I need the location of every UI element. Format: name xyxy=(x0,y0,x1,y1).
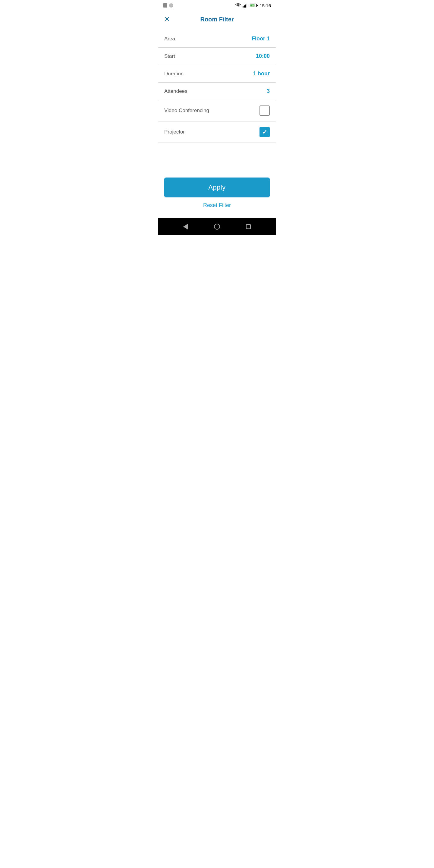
close-button[interactable]: ✕ xyxy=(163,15,171,24)
filter-form: Area Floor 1 Start 10:00 Duration 1 hour… xyxy=(158,28,276,170)
svg-rect-6 xyxy=(257,5,258,6)
status-bar: 15:16 xyxy=(158,0,276,11)
apply-button[interactable]: Apply xyxy=(164,178,270,197)
button-section: Apply Reset Filter xyxy=(158,170,276,218)
video-conferencing-row[interactable]: Video Conferencing xyxy=(158,100,276,121)
header: ✕ Room Filter xyxy=(158,11,276,28)
projector-row[interactable]: Projector ✓ xyxy=(158,121,276,143)
circle-icon xyxy=(169,3,173,7)
sim-icon xyxy=(163,3,167,7)
svg-rect-3 xyxy=(246,4,247,7)
attendees-row[interactable]: Attendees 3 xyxy=(158,83,276,100)
status-bar-left xyxy=(163,3,173,7)
home-button[interactable] xyxy=(214,224,220,230)
svg-rect-0 xyxy=(243,6,244,7)
recent-apps-button[interactable] xyxy=(246,224,251,229)
area-row[interactable]: Area Floor 1 xyxy=(158,30,276,48)
projector-checkbox[interactable]: ✓ xyxy=(259,127,270,137)
start-row[interactable]: Start 10:00 xyxy=(158,48,276,65)
status-bar-right: 15:16 xyxy=(236,3,271,8)
area-label: Area xyxy=(164,36,175,42)
battery-icon xyxy=(250,3,258,7)
navigation-bar xyxy=(158,218,276,235)
close-icon: ✕ xyxy=(164,16,170,23)
status-time: 15:16 xyxy=(259,3,271,8)
duration-row[interactable]: Duration 1 hour xyxy=(158,65,276,83)
area-value: Floor 1 xyxy=(252,36,270,42)
checkmark-icon: ✓ xyxy=(262,129,267,135)
duration-label: Duration xyxy=(164,71,184,77)
video-conferencing-checkbox[interactable] xyxy=(259,105,270,116)
page-title: Room Filter xyxy=(200,16,234,23)
svg-rect-2 xyxy=(245,4,246,7)
attendees-value: 3 xyxy=(267,88,270,94)
video-conferencing-label: Video Conferencing xyxy=(164,107,209,114)
wifi-icon xyxy=(236,3,241,7)
svg-rect-1 xyxy=(244,5,245,7)
projector-label: Projector xyxy=(164,129,185,135)
reset-filter-button[interactable]: Reset Filter xyxy=(164,197,270,213)
signal-icon xyxy=(243,3,248,7)
duration-value: 1 hour xyxy=(253,70,270,77)
back-button[interactable] xyxy=(183,224,188,230)
start-value: 10:00 xyxy=(256,53,270,59)
attendees-label: Attendees xyxy=(164,88,187,94)
start-label: Start xyxy=(164,53,175,59)
